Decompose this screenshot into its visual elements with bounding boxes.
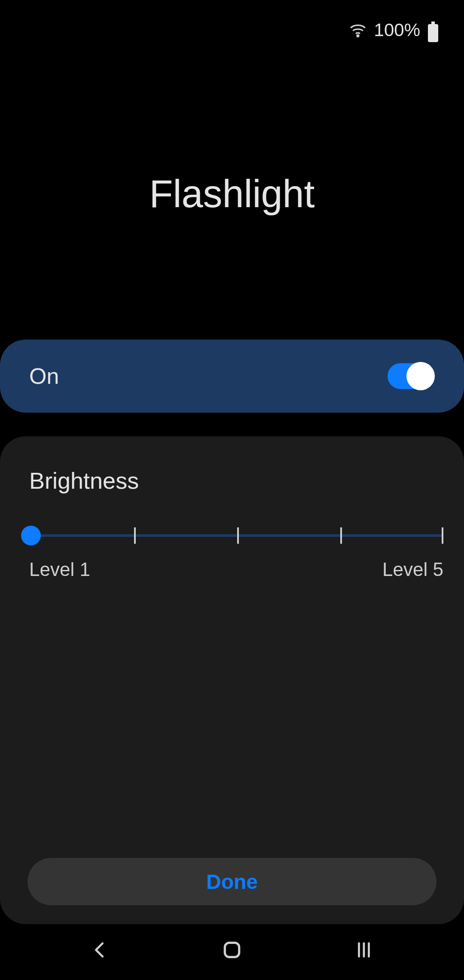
system-nav-bar [0, 924, 464, 980]
flashlight-toggle-label: On [29, 363, 59, 389]
svg-point-0 [357, 35, 359, 37]
slider-tick [237, 527, 239, 544]
done-button-label: Done [206, 870, 258, 894]
page-title: Flashlight [0, 172, 464, 216]
brightness-max-label: Level 5 [382, 559, 443, 580]
brightness-panel: Brightness Level 1 Level 5 Done [0, 436, 464, 924]
brightness-label: Brightness [29, 467, 139, 494]
battery-percent: 100% [374, 20, 420, 40]
flashlight-toggle-row[interactable]: On [0, 340, 464, 413]
brightness-min-label: Level 1 [29, 559, 90, 580]
slider-tick [134, 527, 136, 544]
svg-rect-3 [225, 943, 239, 957]
flashlight-toggle-switch[interactable] [388, 363, 435, 389]
status-bar: 100% [0, 0, 464, 60]
brightness-slider[interactable] [31, 526, 443, 545]
nav-home-button[interactable] [217, 935, 247, 965]
toggle-thumb [406, 362, 435, 390]
slider-thumb[interactable] [21, 526, 41, 545]
nav-recents-button[interactable] [349, 935, 379, 965]
svg-rect-1 [431, 21, 435, 24]
svg-rect-2 [428, 24, 438, 42]
wifi-icon [349, 21, 366, 39]
slider-tick [340, 527, 342, 544]
done-button[interactable]: Done [27, 858, 437, 905]
nav-back-button[interactable] [85, 935, 115, 965]
slider-tick [442, 527, 443, 544]
battery-icon [428, 21, 438, 39]
